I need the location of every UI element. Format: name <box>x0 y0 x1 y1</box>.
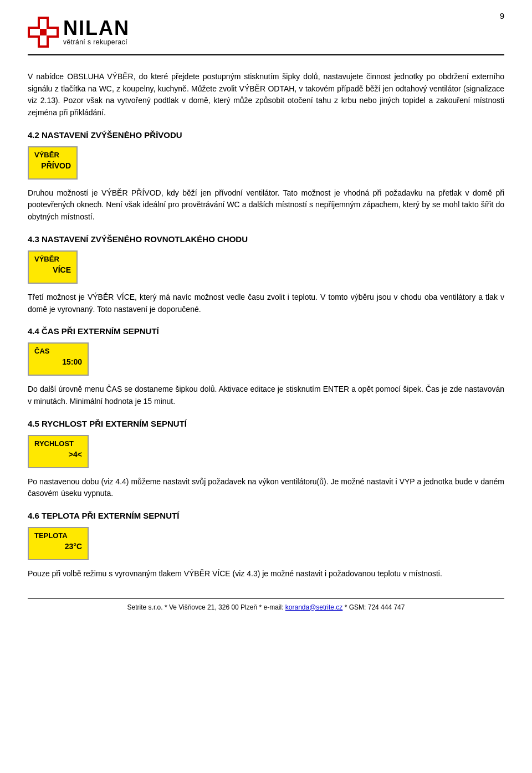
section-44-box-line1: ČAS <box>34 347 82 355</box>
section-42: 4.2 NASTAVENÍ ZVÝŠENÉHO PŘÍVODU VÝBĚR PŘ… <box>28 130 504 223</box>
section-44-display-box: ČAS 15:00 <box>28 342 89 376</box>
section-44-box-line2: 15:00 <box>34 357 82 366</box>
logo-subtitle: větrání s rekuperací <box>63 38 130 46</box>
intro-section: V nabídce OBSLUHA VÝBĚR, do které přejde… <box>28 71 504 119</box>
section-46-paragraph: Pouze při volbě režimu s vyrovnaným tlak… <box>28 568 504 580</box>
footer-text-before: Setrite s.r.o. * Ve Višňovce 21, 326 00 … <box>127 603 285 611</box>
intro-paragraph: V nabídce OBSLUHA VÝBĚR, do které přejde… <box>28 71 504 119</box>
section-45-box-line2: >4< <box>34 450 82 459</box>
section-43-box-wrapper: VÝBĚR VÍCE <box>28 250 504 284</box>
section-45: 4.5 RYCHLOST PŘI EXTERNÍM SEPNUTÍ RYCHLO… <box>28 419 504 500</box>
section-43-display-box: VÝBĚR VÍCE <box>28 250 78 284</box>
section-43-heading: 4.3 NASTAVENÍ ZVÝŠENÉHO ROVNOTLAKÉHO CHO… <box>28 234 504 244</box>
section-45-box-wrapper: RYCHLOST >4< <box>28 435 504 468</box>
section-42-box-wrapper: VÝBĚR PŘÍVOD <box>28 146 504 180</box>
logo-name: NILAN <box>63 18 130 38</box>
section-44-box-wrapper: ČAS 15:00 <box>28 342 504 376</box>
page-number: 9 <box>500 11 504 21</box>
nilan-cross-icon <box>28 17 59 48</box>
section-43-paragraph: Třetí možnost je VÝBĚR VÍCE, který má na… <box>28 291 504 315</box>
section-43-box-line2: VÍCE <box>34 265 71 274</box>
logo-text: NILAN větrání s rekuperací <box>63 18 130 46</box>
section-44: 4.4 ČAS PŘI EXTERNÍM SEPNUTÍ ČAS 15:00 D… <box>28 326 504 407</box>
section-42-heading: 4.2 NASTAVENÍ ZVÝŠENÉHO PŘÍVODU <box>28 130 504 140</box>
section-45-paragraph: Po nastavenou dobu (viz 4.4) můžeme nast… <box>28 476 504 500</box>
section-45-heading: 4.5 RYCHLOST PŘI EXTERNÍM SEPNUTÍ <box>28 419 504 428</box>
section-42-display-box: VÝBĚR PŘÍVOD <box>28 146 78 180</box>
section-45-box-line1: RYCHLOST <box>34 439 82 448</box>
section-43: 4.3 NASTAVENÍ ZVÝŠENÉHO ROVNOTLAKÉHO CHO… <box>28 234 504 315</box>
section-46-box-line2: 23°C <box>34 542 82 551</box>
page-header: NILAN větrání s rekuperací <box>28 17 504 55</box>
logo: NILAN větrání s rekuperací <box>28 17 130 48</box>
section-45-display-box: RYCHLOST >4< <box>28 435 89 468</box>
section-46-display-box: TEPLOTA 23°C <box>28 527 89 560</box>
section-46-heading: 4.6 TEPLOTA PŘI EXTERNÍM SEPNUTÍ <box>28 511 504 520</box>
section-44-paragraph: Do další úrovně menu ČAS se dostaneme ši… <box>28 383 504 407</box>
section-43-box-line1: VÝBĚR <box>34 255 71 263</box>
section-44-heading: 4.4 ČAS PŘI EXTERNÍM SEPNUTÍ <box>28 326 504 336</box>
footer-text-after: * GSM: 724 444 747 <box>342 603 405 611</box>
svg-rect-5 <box>40 29 47 35</box>
section-42-paragraph: Druhou možností je VÝBĚR PŘÍVOD, kdy běž… <box>28 187 504 223</box>
section-42-box-line1: VÝBĚR <box>34 151 71 159</box>
page-footer: Setrite s.r.o. * Ve Višňovce 21, 326 00 … <box>28 598 504 611</box>
footer-email-link[interactable]: koranda@setrite.cz <box>285 603 343 611</box>
section-46-box-wrapper: TEPLOTA 23°C <box>28 527 504 560</box>
section-46: 4.6 TEPLOTA PŘI EXTERNÍM SEPNUTÍ TEPLOTA… <box>28 511 504 580</box>
section-46-box-line1: TEPLOTA <box>34 531 82 540</box>
section-42-box-line2: PŘÍVOD <box>34 161 71 170</box>
